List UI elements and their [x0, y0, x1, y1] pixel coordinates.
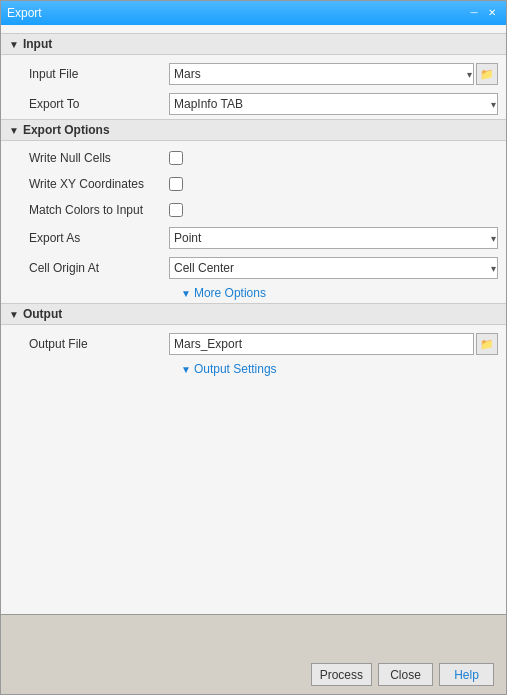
more-options-row: ▼ More Options [1, 283, 506, 303]
output-file-input[interactable] [169, 333, 474, 355]
browse-folder-icon: 📁 [480, 68, 494, 81]
export-to-select-wrapper: MapInfo TAB ▾ [169, 93, 498, 115]
output-browse-folder-icon: 📁 [480, 338, 494, 351]
match-colors-control [169, 203, 498, 217]
write-null-cells-control [169, 151, 498, 165]
export-options-section-title: Export Options [23, 123, 110, 137]
input-file-select[interactable]: Mars [169, 63, 474, 85]
output-settings-row: ▼ Output Settings [1, 359, 506, 379]
match-colors-checkbox[interactable] [169, 203, 183, 217]
close-button[interactable]: Close [378, 663, 433, 686]
title-bar-controls: ─ ✕ [466, 6, 500, 20]
write-xy-row: Write XY Coordinates [1, 171, 506, 197]
footer-buttons: Process Close Help [311, 663, 494, 686]
match-colors-row: Match Colors to Input [1, 197, 506, 223]
write-null-cells-checkbox[interactable] [169, 151, 183, 165]
input-file-label: Input File [29, 67, 169, 81]
write-null-cells-label: Write Null Cells [29, 151, 169, 165]
cell-origin-control: Cell Center ▾ [169, 257, 498, 279]
input-file-control: Mars ▾ 📁 [169, 63, 498, 85]
export-options-section-header: ▼ Export Options [1, 119, 506, 141]
minimize-button[interactable]: ─ [466, 6, 482, 20]
cell-origin-label: Cell Origin At [29, 261, 169, 275]
close-window-button[interactable]: ✕ [484, 6, 500, 20]
output-file-label: Output File [29, 337, 169, 351]
export-to-control: MapInfo TAB ▾ [169, 93, 498, 115]
export-to-row: Export To MapInfo TAB ▾ [1, 89, 506, 119]
output-file-row: Output File 📁 [1, 329, 506, 359]
window-content: ▼ Input Input File Mars ▾ 📁 Export To [1, 25, 506, 614]
more-options-link[interactable]: More Options [194, 286, 266, 300]
input-file-row: Input File Mars ▾ 📁 [1, 59, 506, 89]
title-bar: Export ─ ✕ [1, 1, 506, 25]
output-file-control: 📁 [169, 333, 498, 355]
input-file-select-wrapper: Mars ▾ [169, 63, 474, 85]
export-as-control: Point ▾ [169, 227, 498, 249]
more-options-arrow: ▼ [181, 288, 191, 299]
output-file-browse-button[interactable]: 📁 [476, 333, 498, 355]
export-to-select[interactable]: MapInfo TAB [169, 93, 498, 115]
export-options-collapse-arrow[interactable]: ▼ [9, 125, 19, 136]
write-xy-control [169, 177, 498, 191]
export-window: Export ─ ✕ ▼ Input Input File Mars ▾ [0, 0, 507, 695]
cell-origin-select-wrapper: Cell Center ▾ [169, 257, 498, 279]
write-xy-label: Write XY Coordinates [29, 177, 169, 191]
write-null-cells-row: Write Null Cells [1, 145, 506, 171]
output-section-title: Output [23, 307, 62, 321]
output-settings-arrow: ▼ [181, 364, 191, 375]
write-xy-checkbox[interactable] [169, 177, 183, 191]
empty-area [1, 379, 506, 579]
help-button[interactable]: Help [439, 663, 494, 686]
output-section-header: ▼ Output [1, 303, 506, 325]
input-file-browse-button[interactable]: 📁 [476, 63, 498, 85]
export-to-label: Export To [29, 97, 169, 111]
export-as-row: Export As Point ▾ [1, 223, 506, 253]
input-section-title: Input [23, 37, 52, 51]
output-settings-link[interactable]: Output Settings [194, 362, 277, 376]
window-footer: Process Close Help [1, 614, 506, 694]
cell-origin-select[interactable]: Cell Center [169, 257, 498, 279]
process-button[interactable]: Process [311, 663, 372, 686]
export-as-select[interactable]: Point [169, 227, 498, 249]
match-colors-label: Match Colors to Input [29, 203, 169, 217]
input-section-header: ▼ Input [1, 33, 506, 55]
export-as-select-wrapper: Point ▾ [169, 227, 498, 249]
input-collapse-arrow[interactable]: ▼ [9, 39, 19, 50]
cell-origin-row: Cell Origin At Cell Center ▾ [1, 253, 506, 283]
export-as-label: Export As [29, 231, 169, 245]
window-title: Export [7, 6, 42, 20]
output-collapse-arrow[interactable]: ▼ [9, 309, 19, 320]
